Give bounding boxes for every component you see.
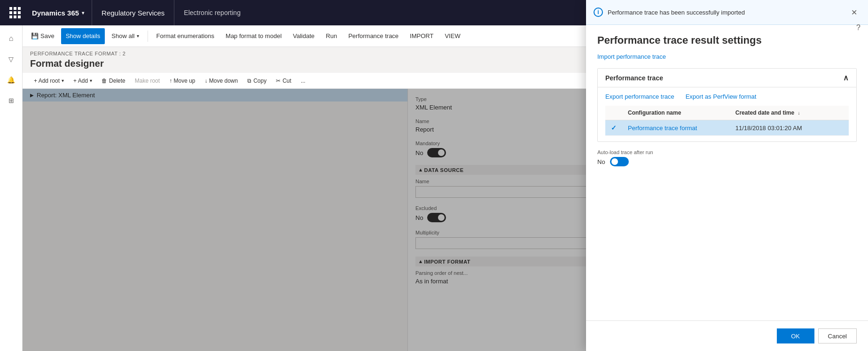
add-button[interactable]: + Add ▾	[70, 76, 96, 86]
separator-1	[148, 31, 148, 42]
cancel-button[interactable]: Cancel	[818, 328, 857, 343]
notification-text: Performance trace has been successfully …	[608, 9, 745, 16]
regulatory-nav[interactable]: Regulatory Services	[92, 0, 174, 25]
panel-notification: i Performance trace has been successfull…	[586, 0, 868, 25]
sidebar-item-alerts[interactable]: 🔔	[2, 70, 21, 89]
panel-title: Performance trace result settings	[586, 25, 868, 52]
home-icon: ⌂	[9, 34, 14, 43]
panel-close-button[interactable]: ✕	[847, 6, 860, 19]
regulatory-label: Regulatory Services	[102, 9, 164, 17]
cut-button[interactable]: ✂ Cut	[272, 76, 295, 86]
row-created-datetime: 11/18/2018 03:01:20 AM	[730, 120, 834, 136]
add-root-button[interactable]: + Add root ▾	[30, 76, 68, 86]
performance-trace-section: Performance trace ∧ Export performance t…	[597, 68, 857, 142]
delete-icon: 🗑	[102, 78, 107, 84]
help-button[interactable]: ?	[856, 23, 860, 32]
cut-icon: ✂	[276, 78, 281, 84]
export-links-row: Export performance trace Export as PerfV…	[605, 93, 849, 100]
sidebar-item-workspace[interactable]: ⊞	[2, 91, 21, 110]
electronic-label: Electronic reporting	[184, 9, 241, 16]
validate-button[interactable]: Validate	[288, 28, 319, 44]
save-button[interactable]: 💾 Save	[26, 28, 59, 44]
chevron-down-icon: ▾	[137, 33, 139, 39]
th-config-name[interactable]: Configuration name	[622, 106, 730, 120]
auto-load-info: Auto-load trace after run No	[597, 149, 653, 166]
sidebar-item-filter[interactable]: ▽	[2, 50, 21, 69]
move-up-button[interactable]: ↑ Move up	[165, 76, 199, 86]
d365-label: Dynamics 365	[32, 9, 79, 17]
electronic-nav: Electronic reporting	[174, 0, 250, 25]
performance-trace-panel: i Performance trace has been successfull…	[586, 0, 868, 351]
auto-load-toggle[interactable]	[610, 157, 629, 166]
delete-button[interactable]: 🗑 Delete	[98, 76, 129, 86]
import-link-container: Import performance trace	[586, 52, 868, 68]
run-button[interactable]: Run	[321, 28, 342, 44]
performance-trace-button[interactable]: Performance trace	[344, 28, 403, 44]
info-icon: i	[594, 8, 603, 17]
performance-trace-table: Configuration name Created date and time…	[605, 106, 849, 136]
make-root-button: Make root	[131, 76, 164, 86]
bell-icon: 🔔	[7, 76, 15, 84]
th-check	[605, 106, 622, 120]
map-format-to-model-button[interactable]: Map format to model	[221, 28, 286, 44]
th-empty	[834, 106, 849, 120]
section-title: Performance trace	[605, 74, 663, 82]
copy-icon: ⧉	[247, 78, 251, 84]
copy-button[interactable]: ⧉ Copy	[243, 76, 270, 86]
more-button[interactable]: ...	[297, 76, 309, 86]
apps-button[interactable]	[6, 3, 24, 22]
chevron-down-icon: ▾	[90, 78, 92, 83]
save-icon: 💾	[31, 32, 39, 39]
grid-icon: ⊞	[8, 97, 14, 104]
collapse-icon: ∧	[843, 73, 849, 82]
import-performance-trace-link[interactable]: Import performance trace	[597, 53, 666, 60]
ok-button[interactable]: OK	[777, 328, 814, 343]
d365-nav[interactable]: Dynamics 365 ▾	[24, 0, 92, 25]
format-enumerations-button[interactable]: Format enumerations	[152, 28, 219, 44]
table-header-row: Configuration name Created date and time…	[605, 106, 849, 120]
row-check[interactable]: ✓	[605, 120, 622, 136]
sidebar-item-home[interactable]: ⌂	[2, 29, 21, 48]
view-button[interactable]: VIEW	[440, 28, 465, 44]
move-down-button[interactable]: ↓ Move down	[201, 76, 242, 86]
row-config-name[interactable]: Performance trace format	[622, 120, 730, 136]
filter-icon: ▽	[8, 55, 14, 63]
show-all-button[interactable]: Show all ▾	[107, 28, 143, 44]
left-sidebar: ⌂ ▽ 🔔 ⊞	[0, 25, 23, 351]
row-actions	[834, 120, 849, 136]
checkmark-icon: ✓	[611, 124, 617, 132]
section-header[interactable]: Performance trace ∧	[598, 69, 856, 87]
apps-grid-icon	[9, 7, 21, 18]
export-performance-trace-link[interactable]: Export performance trace	[605, 93, 674, 100]
th-created-datetime[interactable]: Created date and time ↓	[730, 106, 834, 120]
chevron-down-icon: ▾	[62, 78, 64, 83]
auto-load-section: Auto-load trace after run No	[586, 142, 868, 174]
export-perfview-link[interactable]: Export as PerfView format	[686, 93, 757, 100]
table-row[interactable]: ✓ Performance trace format 11/18/2018 03…	[605, 120, 849, 136]
section-body: Export performance trace Export as PerfV…	[598, 87, 856, 141]
sort-arrow: ↓	[798, 110, 800, 116]
import-button[interactable]: IMPORT	[405, 28, 438, 44]
show-details-button[interactable]: Show details	[61, 28, 105, 44]
panel-footer: OK Cancel	[586, 320, 868, 351]
chevron-down-icon: ▾	[82, 10, 84, 16]
